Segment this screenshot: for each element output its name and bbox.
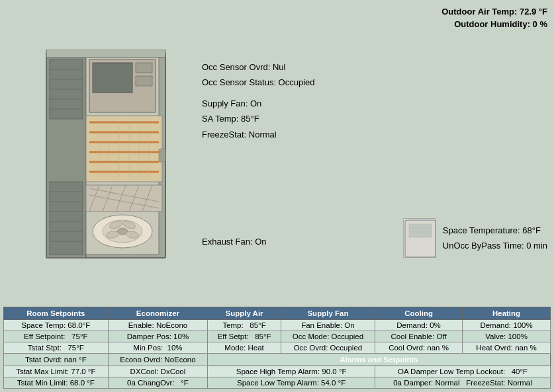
- cell-cool-enable: Cool Enable: Off: [375, 331, 463, 342]
- table-row: Tstat Min Limit: 68.0 °F 0a ChangOvr: °F…: [4, 377, 551, 389]
- col-heating: Heating: [463, 307, 551, 320]
- cell-tstat-stpt: Tstat Stpt: 75°F: [4, 342, 109, 354]
- status-panel: Occ Sensor Ovrd: Nul Occ Sensor Status: …: [202, 59, 315, 142]
- freeze-stat: FreezeStat: Normal: [202, 127, 315, 142]
- cell-space-low-alarm: Space Low Temp Alarm: 54.0 °F: [208, 377, 375, 389]
- cell-mode: Mode: Heat: [208, 342, 281, 354]
- cell-oa-damper-freezestat: 0a Damper: Normal FreezeStat: Normal: [375, 377, 551, 389]
- cell-eff-setpoint: Eff Setpoint: 75°F: [4, 331, 109, 342]
- cell-tstat-ovrd: Tstat Ovrd: nan °F: [4, 354, 109, 366]
- cell-tstat-max: Tstat Max Limit: 77.0 °F: [4, 366, 109, 377]
- table-row: Tstat Stpt: 75°F Min Pos: 10% Mode: Heat…: [4, 342, 551, 354]
- table-row: Space Temp: 68.0°F Enable: NoEcono Temp:…: [4, 320, 551, 331]
- cell-demand: Demand: 0%: [375, 320, 463, 331]
- cell-heat-demand: Demand: 100%: [463, 320, 551, 331]
- cell-tstat-min: Tstat Min Limit: 68.0 °F: [4, 377, 109, 389]
- outdoor-humidity: Outdoor Humidity: 0 %: [441, 19, 547, 29]
- supply-fan-status: Supply Fan: On: [202, 96, 315, 111]
- svg-rect-18: [136, 63, 152, 73]
- cell-space-high-alarm: Space High Temp Alarm: 90.0 °F: [208, 366, 375, 377]
- cell-damper-pos: Damper Pos: 10%: [108, 331, 208, 342]
- table-row: Tstat Max Limit: 77.0 °F DXCool: DxCool …: [4, 366, 551, 377]
- alarm-header: Alarms and Setpoints: [208, 354, 551, 366]
- data-table: Room Setpoints Economizer Supply Air Sup…: [3, 307, 551, 389]
- svg-rect-19: [136, 76, 152, 86]
- cell-valve: Valve: 100%: [463, 331, 551, 342]
- sa-temp: SA Temp: 85°F: [202, 111, 315, 126]
- col-economizer: Economizer: [108, 307, 208, 320]
- cell-econo-ovrd: Econo Ovrd: NoEcono: [108, 354, 208, 366]
- svg-rect-3: [50, 182, 83, 255]
- table-row: Eff Setpoint: 75°F Damper Pos: 10% Eff S…: [4, 331, 551, 342]
- cell-min-pos: Min Pos: 10%: [108, 342, 208, 354]
- cell-enable: Enable: NoEcono: [108, 320, 208, 331]
- cell-heat-ovrd: Heat Ovrd: nan %: [463, 342, 551, 354]
- outdoor-air-temp: Outdoor Air Temp: 72.9 °F: [441, 7, 547, 17]
- cell-temp: Temp: 85°F: [208, 320, 281, 331]
- svg-rect-49: [46, 50, 165, 58]
- cell-space-temp: Space Temp: 68.0°F: [4, 320, 109, 331]
- cell-dxcool: DXCool: DxCool: [108, 366, 208, 377]
- col-cooling: Cooling: [375, 307, 463, 320]
- data-table-container: Room Setpoints Economizer Supply Air Sup…: [3, 307, 551, 389]
- space-temp-text: Space Temperature: 68°F UnOcc ByPass Tim…: [443, 223, 547, 254]
- table-row: Tstat Ovrd: nan °F Econo Ovrd: NoEcono A…: [4, 354, 551, 366]
- exhaust-fan-label: Exhaust Fan: On: [202, 237, 267, 247]
- space-temp-panel: Space Temperature: 68°F UnOcc ByPass Tim…: [403, 218, 547, 258]
- cell-oa-damper-lockout: OA Damper Low Temp Lockout: 40°F: [375, 366, 551, 377]
- cell-occ-mode: Occ Mode: Occupied: [281, 331, 375, 342]
- cell-cool-ovrd: Cool Ovrd: nan %: [375, 342, 463, 354]
- occ-sensor-status: Occ Sensor Status: Occupied: [202, 75, 315, 90]
- svg-rect-51: [409, 224, 432, 237]
- svg-rect-48: [159, 149, 165, 162]
- occ-sensor-ovrd: Occ Sensor Ovrd: Nul: [202, 59, 315, 75]
- cell-occ-ovrd: Occ Ovrd: Occupied: [281, 342, 375, 354]
- bypass-time: UnOcc ByPass Time: 0 min: [443, 238, 547, 253]
- svg-rect-17: [93, 63, 132, 93]
- col-room-setpoints: Room Setpoints: [4, 307, 109, 320]
- thermostat-icon: [403, 218, 436, 258]
- cell-fan-enable: Fan Enable: On: [281, 320, 375, 331]
- col-supply-air: Supply Air: [208, 307, 281, 320]
- hvac-unit: [26, 50, 185, 261]
- space-temperature: Space Temperature: 68°F: [443, 223, 547, 238]
- col-supply-fan: Supply Fan: [281, 307, 375, 320]
- cell-eff-setpt: Eff Setpt: 85°F: [208, 331, 281, 342]
- top-right-info: Outdoor Air Temp: 72.9 °F Outdoor Humidi…: [441, 7, 547, 32]
- cell-oa-changovr: 0a ChangOvr: °F: [108, 377, 208, 389]
